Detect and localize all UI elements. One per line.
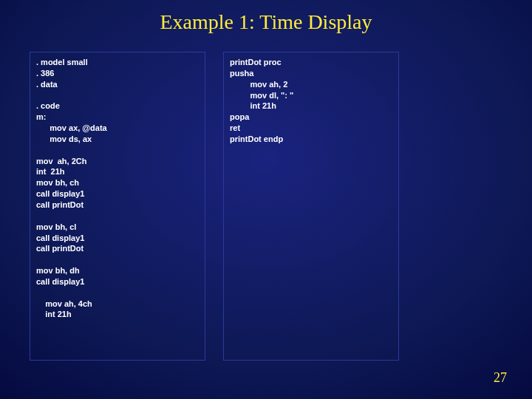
code-column-left: . model small . 386 . data . code m: mov… xyxy=(30,52,205,361)
code-area: . model small . 386 . data . code m: mov… xyxy=(30,52,399,361)
page-number: 27 xyxy=(494,370,507,386)
code-column-right: printDot proc pusha mov ah, 2 mov dl, ":… xyxy=(223,52,399,361)
page-title: Example 1: Time Display xyxy=(0,10,532,34)
